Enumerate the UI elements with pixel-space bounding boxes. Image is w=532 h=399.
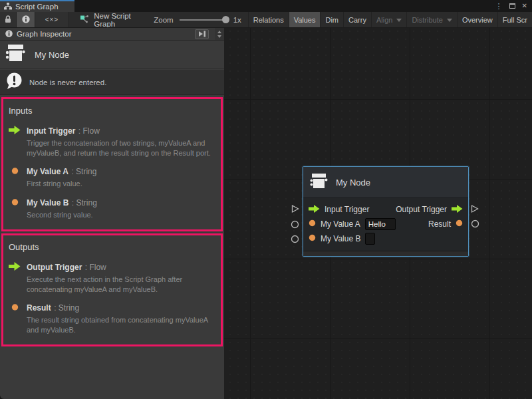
- output-trigger-label: Output Trigger: [396, 205, 447, 214]
- outputs-title: Outputs: [9, 242, 215, 252]
- node-row-triggers: Input Trigger Output Trigger: [309, 202, 463, 217]
- zoom-slider-handle[interactable]: [222, 16, 229, 23]
- port-output-trigger: Output Trigger : Flow Execute the next a…: [9, 261, 215, 294]
- scroll-spinner: [215, 28, 224, 40]
- node-icon: [5, 43, 26, 66]
- code-icon: <×>: [45, 16, 59, 23]
- node-title: My Node: [336, 178, 370, 188]
- external-flow-output-connector[interactable]: [470, 204, 479, 213]
- dock-panel-button[interactable]: [195, 29, 209, 39]
- title-bar: Script Graph ⋮ ✕: [0, 0, 532, 12]
- port-name: Output Trigger: [27, 263, 82, 272]
- node-row-value-a: My Value A Result: [309, 217, 463, 231]
- warning-banner: Node is never entered.: [0, 70, 224, 95]
- value-port-icon: [9, 301, 21, 334]
- input-trigger-label: Input Trigger: [325, 205, 369, 214]
- value-port-icon[interactable]: [309, 219, 316, 229]
- code-view-button[interactable]: <×>: [35, 12, 70, 27]
- port-name: My Value B: [27, 198, 68, 207]
- inputs-section: Inputs Input Trigger : Flow Trigger the …: [1, 97, 223, 231]
- inspector-header: Graph Inspector: [0, 28, 224, 41]
- port-type: : Flow: [85, 263, 106, 272]
- my-node-unit[interactable]: My Node Input Trigger Output Trigger: [303, 166, 469, 257]
- port-type: : String: [72, 198, 97, 207]
- node-icon: [310, 172, 329, 193]
- value-port-icon[interactable]: [309, 234, 316, 243]
- zoom-label: Zoom: [154, 16, 173, 24]
- flow-port-icon: [9, 124, 21, 158]
- arrow-down-icon[interactable]: [217, 35, 221, 38]
- toolbar-toggle-group: Relations Values Dim Carry Align Distrib…: [248, 12, 532, 27]
- dock-right-icon: [198, 31, 206, 37]
- port-description: First string value.: [27, 179, 96, 189]
- flow-port-icon[interactable]: [309, 205, 320, 215]
- flow-port-icon[interactable]: [452, 205, 463, 215]
- value-port-icon[interactable]: [456, 219, 463, 229]
- graph-canvas[interactable]: My Node Input Trigger Output Trigger: [224, 28, 532, 399]
- warning-bubble-icon: [5, 72, 23, 92]
- node-row-value-b: My Value B: [309, 231, 463, 246]
- close-icon[interactable]: ✕: [522, 3, 527, 9]
- tab-script-graph[interactable]: Script Graph: [0, 0, 74, 12]
- my-value-b-input[interactable]: [365, 233, 375, 245]
- new-script-graph-button[interactable]: New Script Graph: [69, 12, 154, 27]
- external-flow-input-connector[interactable]: [291, 204, 300, 213]
- arrow-up-icon[interactable]: [217, 31, 221, 33]
- carry-button[interactable]: Carry: [343, 12, 371, 27]
- node-body: Input Trigger Output Trigger My Value A …: [303, 198, 468, 251]
- port-input-trigger: Input Trigger : Flow Trigger the concate…: [9, 124, 215, 158]
- new-script-graph-label: New Script Graph: [94, 12, 147, 28]
- outputs-section: Outputs Output Trigger : Flow Execute th…: [1, 233, 223, 346]
- chevron-down-icon: [447, 19, 452, 22]
- my-value-a-label: My Value A: [321, 219, 360, 229]
- toolbar: <×> New Script Graph Zoom 1x Relations V…: [0, 12, 532, 28]
- port-name: Result: [27, 303, 51, 313]
- dim-button[interactable]: Dim: [320, 12, 343, 27]
- warning-text: Node is never entered.: [29, 78, 106, 86]
- distribute-label: Distribute: [412, 16, 442, 24]
- graph-inspector-panel: Graph Inspector My Node Node is never en…: [0, 28, 224, 399]
- relations-button[interactable]: Relations: [248, 12, 289, 27]
- menu-icon[interactable]: ⋮: [495, 3, 503, 10]
- graph-asset-icon: [80, 15, 89, 25]
- port-name: My Value A: [27, 167, 68, 176]
- inspector-title: Graph Inspector: [17, 30, 191, 38]
- external-value-b-connector[interactable]: [291, 235, 299, 243]
- info-icon: [22, 14, 30, 26]
- flow-port-icon: [9, 261, 21, 294]
- port-type: : Flow: [78, 126, 100, 136]
- sitemap-icon: [4, 1, 12, 13]
- overview-button[interactable]: Overview: [457, 12, 497, 27]
- inspector-toggle-button[interactable]: [17, 12, 35, 27]
- values-button[interactable]: Values: [289, 12, 321, 27]
- inspected-node-title: My Node: [35, 50, 69, 60]
- node-summary: My Node: [0, 41, 224, 69]
- port-type: : String: [71, 167, 96, 176]
- port-type: : String: [54, 303, 79, 313]
- port-result: Result : String The result string obtain…: [9, 301, 215, 334]
- window-controls: ⋮ ✕: [495, 0, 532, 12]
- node-footer: [303, 251, 468, 256]
- zoom-control: Zoom 1x: [154, 12, 248, 27]
- port-my-value-b: My Value B : String Second string value.: [9, 196, 215, 220]
- lock-button[interactable]: [0, 12, 17, 27]
- align-label: Align: [376, 16, 392, 24]
- full-screen-button[interactable]: Full Scr: [497, 12, 532, 27]
- zoom-slider[interactable]: [180, 19, 227, 21]
- distribute-dropdown: Distribute: [406, 12, 456, 27]
- result-label: Result: [428, 219, 451, 229]
- value-port-icon: [9, 196, 21, 220]
- port-description: Second string value.: [27, 210, 97, 220]
- external-result-connector[interactable]: [471, 219, 479, 228]
- external-value-a-connector[interactable]: [291, 220, 299, 229]
- chevron-down-icon: [396, 19, 402, 22]
- node-header[interactable]: My Node: [303, 167, 468, 198]
- inputs-title: Inputs: [9, 106, 215, 116]
- my-value-b-label: My Value B: [321, 234, 360, 243]
- maximize-icon[interactable]: [509, 3, 515, 9]
- port-description: Execute the next action in the Script Gr…: [27, 275, 215, 294]
- port-name: Input Trigger: [27, 126, 75, 136]
- info-icon: [5, 28, 13, 40]
- lock-icon: [5, 14, 11, 26]
- my-value-a-input[interactable]: [365, 218, 396, 230]
